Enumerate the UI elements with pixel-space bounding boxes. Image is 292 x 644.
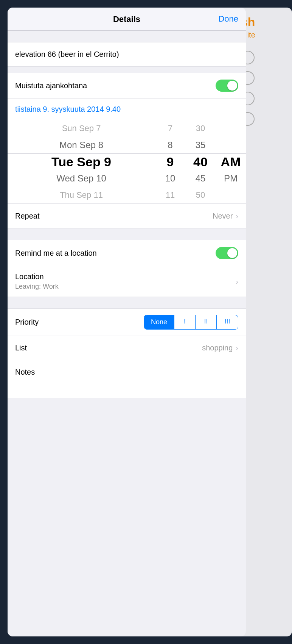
location-chevron-icon: › [236, 277, 238, 286]
done-button[interactable]: Done [218, 14, 238, 24]
priority-btn-medium[interactable]: !! [196, 315, 217, 329]
picker-hour-1: 8 [155, 137, 185, 153]
picker-ampm-1 [216, 137, 246, 153]
priority-btn-high[interactable]: !!! [217, 315, 238, 329]
priority-btn-low[interactable]: ! [174, 315, 196, 329]
notes-row[interactable]: Notes [8, 360, 246, 398]
priority-buttons: None ! !! !!! [144, 315, 238, 330]
spacer-3 [8, 297, 246, 308]
task-title-row: elevation 66 (beer in el Cerrito) [8, 42, 246, 67]
right-panel-title: sh [241, 15, 288, 29]
notes-label: Notes [15, 368, 35, 376]
priority-label: Priority [15, 318, 39, 327]
list-row[interactable]: List shopping › [8, 336, 246, 360]
toggle-knob [227, 81, 237, 91]
picker-date-3: Wed Sep 10 [8, 170, 155, 187]
reminder-toggle-row: Muistuta ajankohtana [8, 73, 246, 99]
picker-ampm-3: PM [216, 170, 246, 187]
spacer-2 [8, 228, 246, 240]
picker-col-hour[interactable]: 7 8 9 10 11 [155, 120, 185, 203]
repeat-row[interactable]: Repeat Never › [8, 204, 246, 228]
task-title: elevation 66 (beer in el Cerrito) [15, 50, 119, 58]
picker-min-1: 35 [185, 137, 216, 153]
date-display: tiistaina 9. syyskuuta 2014 9.40 [15, 105, 121, 113]
repeat-value-container: Never › [213, 212, 238, 220]
spacer [8, 67, 246, 73]
picker-min-4: 50 [185, 187, 216, 203]
picker-ampm-0 [216, 120, 246, 137]
picker-date-4: Thu Sep 11 [8, 187, 155, 203]
location-row[interactable]: Location Leaving: Work › [8, 266, 246, 297]
picker-min-3: 45 [185, 170, 216, 187]
modal-body: elevation 66 (beer in el Cerrito) Muistu… [8, 31, 246, 636]
repeat-chevron-icon: › [236, 212, 238, 220]
location-toggle-label: Remind me at a location [15, 249, 97, 258]
list-value-container: shopping › [202, 344, 238, 352]
picker-hour-4: 11 [155, 187, 185, 203]
date-display-row[interactable]: tiistaina 9. syyskuuta 2014 9.40 [8, 99, 246, 120]
modal-header: Details Done [8, 8, 246, 31]
details-modal: Details Done elevation 66 (beer in el Ce… [8, 8, 246, 636]
picker-hour-0: 7 [155, 120, 185, 137]
picker-hour-2: 9 [155, 153, 185, 170]
picker-min-0: 30 [185, 120, 216, 137]
picker-date-1: Mon Sep 8 [8, 137, 155, 153]
list-chevron-icon: › [236, 344, 238, 352]
priority-row: Priority None ! !! !!! [8, 308, 246, 336]
top-spacer [8, 31, 246, 42]
picker-col-date[interactable]: Sun Sep 7 Mon Sep 8 Tue Sep 9 Wed Sep 10… [8, 120, 155, 203]
repeat-value: Never [213, 212, 233, 220]
list-label: List [15, 344, 27, 352]
location-text-block: Location Leaving: Work [15, 272, 59, 291]
list-value: shopping [202, 344, 233, 352]
location-toggle-knob [227, 248, 237, 258]
picker-hour-3: 10 [155, 170, 185, 187]
priority-btn-none[interactable]: None [144, 315, 174, 329]
date-picker[interactable]: Sun Sep 7 Mon Sep 8 Tue Sep 9 Wed Sep 10… [8, 120, 246, 204]
picker-min-2: 40 [185, 153, 216, 170]
right-panel-subtitle: 4 ite [241, 31, 288, 39]
reminder-label: Muistuta ajankohtana [15, 81, 87, 90]
repeat-label: Repeat [15, 212, 40, 220]
modal-title: Details [113, 14, 140, 24]
picker-date-0: Sun Sep 7 [8, 120, 155, 137]
picker-col-minute[interactable]: 30 35 40 45 50 [185, 120, 216, 203]
location-subtitle: Leaving: Work [15, 283, 59, 291]
bottom-spacer [8, 398, 246, 417]
picker-date-2: Tue Sep 9 [8, 153, 155, 170]
picker-container: Sun Sep 7 Mon Sep 8 Tue Sep 9 Wed Sep 10… [8, 120, 246, 203]
location-toggle[interactable] [216, 247, 238, 259]
location-title: Location [15, 272, 59, 281]
picker-ampm-4 [216, 187, 246, 203]
location-toggle-row: Remind me at a location [8, 240, 246, 266]
picker-ampm-2: AM [216, 153, 246, 170]
reminder-toggle[interactable] [216, 80, 238, 92]
picker-col-ampm[interactable]: AM PM [216, 120, 246, 203]
